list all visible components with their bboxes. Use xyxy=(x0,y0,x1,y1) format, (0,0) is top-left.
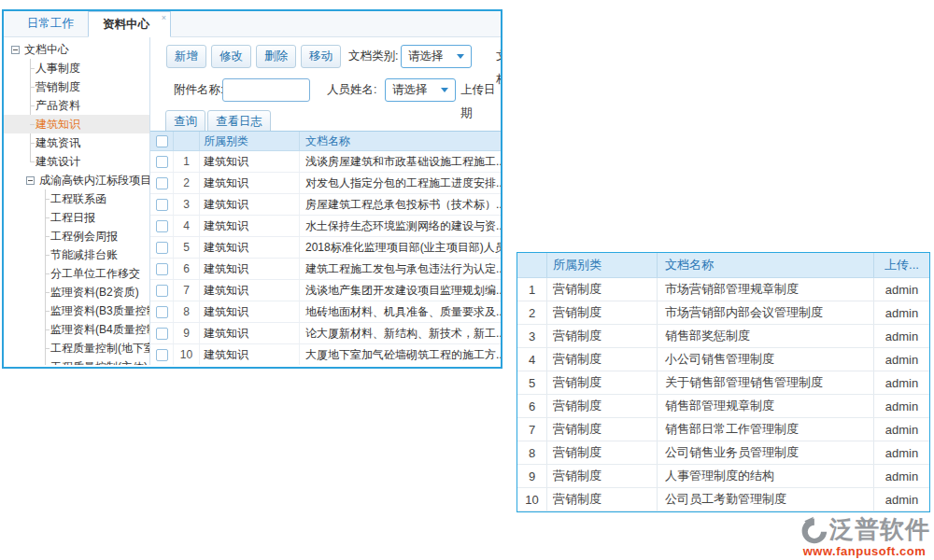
attachment-name-input[interactable] xyxy=(222,78,310,102)
tree-node-quality-main[interactable]: 工程质量控制(主体) xyxy=(4,357,149,365)
table-row[interactable]: 4建筑知识水土保持生态环境监测网络的建设与资... xyxy=(150,216,501,237)
row-checkbox[interactable] xyxy=(156,177,168,189)
table-row[interactable]: 10建筑知识大厦地下室加气砼墙砌筑工程的施工方... xyxy=(150,344,501,365)
tab-close-icon[interactable]: × xyxy=(162,13,166,22)
person-name-value: 请选择 xyxy=(392,82,428,98)
tree-node-label: 工程联系函 xyxy=(50,191,106,207)
table-row[interactable]: 3营销制度销售部奖惩制度admin xyxy=(517,325,929,348)
tree-node-supervision-b2[interactable]: 监理资料(B2资质) xyxy=(4,283,149,301)
row-checkbox[interactable] xyxy=(156,263,168,275)
row-checkbox[interactable] xyxy=(156,306,168,318)
tree-node-label: 工程日报 xyxy=(50,210,95,226)
docname-column-header: 文档名称 xyxy=(300,132,501,150)
tree-node-label: 营销制度 xyxy=(35,79,80,95)
tree-node-weekly-meeting[interactable]: 工程例会周报 xyxy=(4,227,149,245)
tree-node-contact-letter[interactable]: 工程联系函 xyxy=(4,189,149,208)
tree-node-label: 监理资料(B3质量控制) xyxy=(50,303,150,319)
row-checkbox[interactable] xyxy=(156,242,168,254)
table-row[interactable]: 1建筑知识浅谈房屋建筑和市政基础设施工程施工... xyxy=(150,151,501,173)
table-row[interactable]: 4营销制度小公司销售管理制度admin xyxy=(517,348,929,371)
tree-node-label: 成渝高铁内江标段项目 xyxy=(39,173,150,189)
tree-node-label: 节能减排台账 xyxy=(50,247,118,263)
tree-node-energy-ledger[interactable]: 节能减排台账 xyxy=(4,245,149,264)
doc-type-select[interactable]: 请选择 xyxy=(401,45,472,68)
table-row[interactable]: 2建筑知识对发包人指定分包的工程施工进度安排... xyxy=(150,173,501,194)
fanpu-watermark: 泛普软件 www.fanpusoft.com xyxy=(798,513,931,558)
tree-node-daily-report[interactable]: 工程日报 xyxy=(4,208,149,227)
add-button[interactable]: 新增 xyxy=(166,45,206,68)
tree-node-label: 人事制度 xyxy=(35,61,80,77)
tab-data-center[interactable]: 资料中心 × xyxy=(88,11,171,37)
table-row[interactable]: 3建筑知识房屋建筑工程总承包投标书（技术标）... xyxy=(150,194,501,216)
tree-node-building-news[interactable]: 建筑资讯 xyxy=(4,133,149,152)
select-all-checkbox[interactable] xyxy=(156,135,168,147)
table-row[interactable]: 8营销制度公司销售业务员管理制度admin xyxy=(517,441,929,465)
category-column-header: 所属别类 xyxy=(200,132,300,150)
tree-node-marketing-rules[interactable]: 营销制度 xyxy=(4,77,149,96)
uploader-column-header: 上传... xyxy=(874,253,929,277)
attachment-name-label: 附件名称: xyxy=(174,78,223,102)
tree-node-label: 工程例会周报 xyxy=(50,229,118,245)
tree-node-label: 产品资料 xyxy=(35,98,80,114)
collapse-icon[interactable] xyxy=(26,176,35,185)
collapse-icon[interactable] xyxy=(11,46,20,54)
table-header-row: 所属别类 文档名称 xyxy=(150,132,501,151)
table-row[interactable]: 6营销制度销售部管理规章制度admin xyxy=(517,395,929,418)
fanpu-logo-url: www.fanpusoft.com xyxy=(798,544,931,558)
person-name-label: 人员姓名: xyxy=(327,78,376,102)
fanpu-logo-icon xyxy=(799,515,828,545)
tree-node-label: 工程质量控制(主体) xyxy=(50,359,148,366)
category-column-header: 所属别类 xyxy=(547,253,658,277)
edit-button[interactable]: 修改 xyxy=(211,45,251,68)
tree-node-product-data[interactable]: 产品资料 xyxy=(4,96,149,115)
tab-bar: 日常工作 资料中心 × xyxy=(4,11,501,37)
tree-node-building-design[interactable]: 建筑设计 xyxy=(4,152,149,171)
row-checkbox[interactable] xyxy=(156,349,168,361)
table-row[interactable]: 9建筑知识论大厦新材料、新结构、新技术，新工... xyxy=(150,323,501,344)
move-button[interactable]: 移动 xyxy=(301,45,341,68)
tree-node-label: 文档中心 xyxy=(24,42,69,58)
table-row[interactable]: 9营销制度人事管理制度的结构admin xyxy=(517,465,929,488)
table-row[interactable]: 7建筑知识浅谈地产集团开发建设项目监理规划编... xyxy=(150,280,501,301)
caret-down-icon xyxy=(441,88,448,92)
tree-node-supervision-b3[interactable]: 监理资料(B3质量控制) xyxy=(4,301,149,320)
delete-button[interactable]: 删除 xyxy=(256,45,296,68)
row-checkbox[interactable] xyxy=(156,156,168,168)
marketing-documents-table: 所属别类 文档名称 上传... 1营销制度市场营销部管理规章制度admin 2营… xyxy=(517,252,930,512)
tree-node-work-transfer[interactable]: 分工单位工作移交 xyxy=(4,264,149,283)
table-row[interactable]: 5营销制度关于销售部管理销售管理制度admin xyxy=(517,371,929,395)
index-column-header xyxy=(174,132,200,150)
row-checkbox[interactable] xyxy=(156,220,168,232)
table-row[interactable]: 8建筑知识地砖地面材料、机具准备、质量要求及... xyxy=(150,301,501,323)
table-row[interactable]: 7营销制度销售部日常工作管理制度admin xyxy=(517,418,929,441)
documents-table: 所属别类 文档名称 1建筑知识浅谈房屋建筑和市政基础设施工程施工... 2建筑知… xyxy=(150,131,501,365)
table-row[interactable]: 1营销制度市场营销部管理规章制度admin xyxy=(517,278,929,301)
tree-node-label: 分工单位工作移交 xyxy=(50,266,140,282)
table-row[interactable]: 2营销制度市场营销部内部会议管理制度admin xyxy=(517,301,929,325)
doc-type-value: 请选择 xyxy=(408,49,444,64)
tab-data-center-label: 资料中心 xyxy=(103,17,149,33)
tree-node-supervision-b4[interactable]: 监理资料(B4质量控制) xyxy=(4,320,149,339)
table-row[interactable]: 5建筑知识2018标准化监理项目部(业主项目部)人员... xyxy=(150,237,501,259)
tree-node-label: 建筑设计 xyxy=(35,154,80,170)
tree-node-chengyu-project[interactable]: 成渝高铁内江标段项目 xyxy=(4,171,149,189)
docname-column-header: 文档名称 xyxy=(658,253,874,277)
tree-node-doc-center[interactable]: 文档中心 xyxy=(4,40,149,59)
document-center-window: 日常工作 资料中心 × 文档中心 人事制度 营销制度 产品资料 建筑知识 建筑资… xyxy=(2,9,502,369)
category-tree: 文档中心 人事制度 营销制度 产品资料 建筑知识 建筑资讯 建筑设计 成渝高铁内… xyxy=(4,37,150,365)
row-checkbox[interactable] xyxy=(156,285,168,297)
row-checkbox[interactable] xyxy=(156,328,168,340)
upload-date-label: 上传日期 xyxy=(460,78,501,125)
table-row[interactable]: 10营销制度公司员工考勤管理制度admin xyxy=(517,488,929,511)
document-list-pane: 新增 修改 删除 移动 文档类别: 请选择 文档 附件名称: 人员姓名: 请选择… xyxy=(150,37,501,365)
person-name-select[interactable]: 请选择 xyxy=(385,78,456,102)
tab-daily-work[interactable]: 日常工作 xyxy=(13,11,88,36)
tree-node-hr-rules[interactable]: 人事制度 xyxy=(4,59,149,77)
row-checkbox[interactable] xyxy=(156,199,168,211)
tree-node-label: 监理资料(B2资质) xyxy=(50,285,139,301)
table-row[interactable]: 6建筑知识建筑工程施工发包与承包违法行为认定... xyxy=(150,259,501,280)
doc-type-label: 文档类别: xyxy=(348,45,398,68)
tree-node-quality-basement[interactable]: 工程质量控制(地下室) xyxy=(4,339,149,357)
tree-node-building-knowledge[interactable]: 建筑知识 xyxy=(4,115,149,133)
tree-node-label: 工程质量控制(地下室) xyxy=(50,341,150,357)
